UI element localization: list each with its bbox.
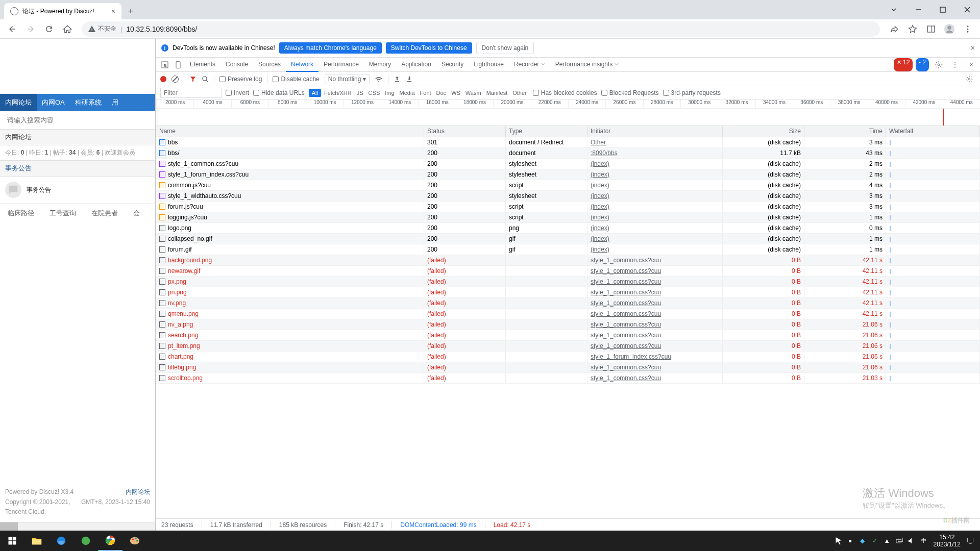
notification-icon[interactable] (965, 535, 976, 546)
wifi-icon[interactable] (375, 75, 383, 83)
forum-item[interactable]: 事务公告 (0, 177, 155, 204)
maximize-icon[interactable] (931, 2, 954, 17)
forum-nav-item[interactable]: 用 (107, 94, 124, 111)
record-button[interactable] (160, 76, 166, 82)
throttling-select[interactable]: No throttling ▾ (325, 74, 370, 84)
filter-type[interactable]: Doc (434, 89, 449, 97)
timeline[interactable]: 2000 ms4000 ms6000 ms8000 ms10000 ms1200… (156, 99, 980, 126)
explorer-icon[interactable] (24, 531, 49, 551)
tray-icon[interactable]: ◆ (857, 535, 868, 546)
filter-type[interactable]: Manifest (484, 89, 510, 97)
preserve-log-checkbox[interactable]: Preserve log (219, 76, 262, 83)
devtools-tab[interactable]: Recorder (509, 58, 550, 72)
network-row[interactable]: scrolltop.png(failed)style_1_common.css?… (156, 373, 980, 384)
devtools-tab[interactable]: Sources (253, 58, 286, 72)
minimize-icon[interactable] (906, 2, 930, 17)
filter-type[interactable]: Media (398, 89, 417, 97)
col-waterfall[interactable]: Waterfall (886, 126, 980, 137)
network-row[interactable]: logo.png200png(index)(disk cache)0 ms (156, 223, 980, 234)
devtools-tab[interactable]: Performance insights (550, 58, 624, 72)
network-row[interactable]: style_1_common.css?cuu200stylesheet(inde… (156, 159, 980, 169)
upload-icon[interactable] (394, 76, 401, 83)
volume-icon[interactable] (906, 535, 917, 546)
chevron-down-icon[interactable] (882, 2, 905, 17)
network-row[interactable]: forum.gif200gif(index)(disk cache)1 ms (156, 244, 980, 255)
forum-tab[interactable]: 会 (133, 209, 140, 218)
banner-switch-button[interactable]: Switch DevTools to Chinese (386, 42, 472, 54)
new-tab-button[interactable]: + (124, 4, 138, 18)
more-icon[interactable]: ⋮ (948, 58, 962, 71)
blocked-requests-checkbox[interactable]: Blocked Requests (601, 89, 659, 96)
search-icon[interactable] (202, 76, 209, 83)
devtools-tab[interactable]: Security (436, 58, 469, 72)
ie-icon[interactable] (49, 531, 74, 551)
network-row[interactable]: qmenu.png(failed)style_1_common.css?cuu0… (156, 309, 980, 319)
device-icon[interactable] (172, 58, 185, 71)
tray-icon[interactable]: ✓ (869, 535, 880, 546)
forum-nav-item[interactable]: 内网论坛 (0, 94, 37, 111)
forum-nav-item[interactable]: 科研系统 (70, 94, 107, 111)
address-bar[interactable]: 不安全 | 10.32.5.109:8090/bbs/ (82, 21, 880, 37)
taskbar-clock[interactable]: 15:42 2023/1/12 (930, 534, 964, 548)
network-row[interactable]: forum.js?cuu200script(index)(disk cache)… (156, 202, 980, 212)
col-type[interactable]: Type (506, 126, 587, 137)
info-badge[interactable]: ▪ 2 (916, 58, 929, 71)
filter-type[interactable]: Fetch/XHR (322, 89, 354, 97)
devtools-tab[interactable]: Memory (364, 58, 396, 72)
network-row[interactable]: common.js?cuu200script(index)(disk cache… (156, 180, 980, 191)
browser-tab[interactable]: 论坛 - Powered by Discuz! × (4, 3, 121, 19)
network-row[interactable]: nv_a.png(failed)style_1_common.css?cuu0 … (156, 319, 980, 330)
side-panel-icon[interactable] (923, 21, 939, 37)
network-row[interactable]: chart.png(failed)style_1_forum_index.css… (156, 352, 980, 362)
network-row[interactable]: titlebg.png(failed)style_1_common.css?cu… (156, 362, 980, 373)
filter-type[interactable]: JS (355, 89, 365, 97)
network-row[interactable]: style_1_widthauto.css?cuu200stylesheet(i… (156, 191, 980, 202)
back-button[interactable] (4, 21, 20, 37)
edge-icon[interactable] (74, 531, 98, 551)
third-party-checkbox[interactable]: 3rd-party requests (663, 89, 721, 96)
network-row[interactable]: collapsed_no.gif200gif(index)(disk cache… (156, 234, 980, 244)
network-icon[interactable] (894, 535, 905, 546)
start-button[interactable] (0, 531, 24, 551)
chrome-icon[interactable] (98, 531, 122, 551)
search-input[interactable] (5, 114, 150, 126)
menu-icon[interactable] (960, 21, 976, 37)
col-status[interactable]: Status (424, 126, 506, 137)
close-icon[interactable]: × (965, 58, 978, 71)
forum-tab[interactable]: 临床路径 (8, 209, 34, 218)
filter-type[interactable]: Other (510, 89, 529, 97)
hide-data-checkbox[interactable]: Hide data URLs (253, 89, 305, 96)
tray-icon[interactable]: ● (845, 535, 856, 546)
network-row[interactable]: search.png(failed)style_1_common.css?cuu… (156, 330, 980, 341)
disable-cache-checkbox[interactable]: Disable cache (273, 76, 319, 83)
forward-button[interactable] (22, 21, 39, 37)
forum-section[interactable]: 事务公告 (0, 161, 155, 177)
col-size[interactable]: Size (723, 126, 804, 137)
horizontal-scrollbar[interactable] (0, 522, 155, 531)
reload-button[interactable] (41, 21, 57, 37)
filter-type[interactable]: Img (383, 89, 396, 97)
filter-type[interactable]: Font (418, 89, 433, 97)
devtools-tab[interactable]: Lighthouse (469, 58, 509, 72)
paint-icon[interactable] (122, 531, 147, 551)
gear-icon[interactable] (932, 58, 945, 71)
inspect-icon[interactable] (158, 58, 172, 71)
error-badge[interactable]: ✕ 12 (894, 58, 913, 71)
close-icon[interactable]: × (111, 7, 115, 15)
forum-nav-item[interactable]: 内网OA (37, 94, 70, 111)
devtools-tab[interactable]: Console (220, 58, 253, 72)
filter-type[interactable]: CSS (366, 89, 382, 97)
network-row[interactable]: newarow.gif(failed)style_1_common.css?cu… (156, 266, 980, 277)
col-initiator[interactable]: Initiator (587, 126, 723, 137)
filter-type[interactable]: WS (449, 89, 462, 97)
network-row[interactable]: pn.png(failed)style_1_common.css?cuu0 B4… (156, 287, 980, 298)
forum-tab[interactable]: 工号查询 (50, 209, 76, 218)
share-icon[interactable] (886, 21, 902, 37)
invert-checkbox[interactable]: Invert (226, 89, 249, 96)
banner-dismiss-button[interactable]: Don't show again (476, 42, 534, 54)
network-row[interactable]: style_1_forum_index.css?cuu200stylesheet… (156, 169, 980, 180)
devtools-tab[interactable]: Elements (185, 58, 220, 72)
devtools-tab[interactable]: Network (286, 58, 318, 72)
profile-icon[interactable] (941, 21, 958, 37)
network-row[interactable]: pt_item.png(failed)style_1_common.css?cu… (156, 341, 980, 352)
